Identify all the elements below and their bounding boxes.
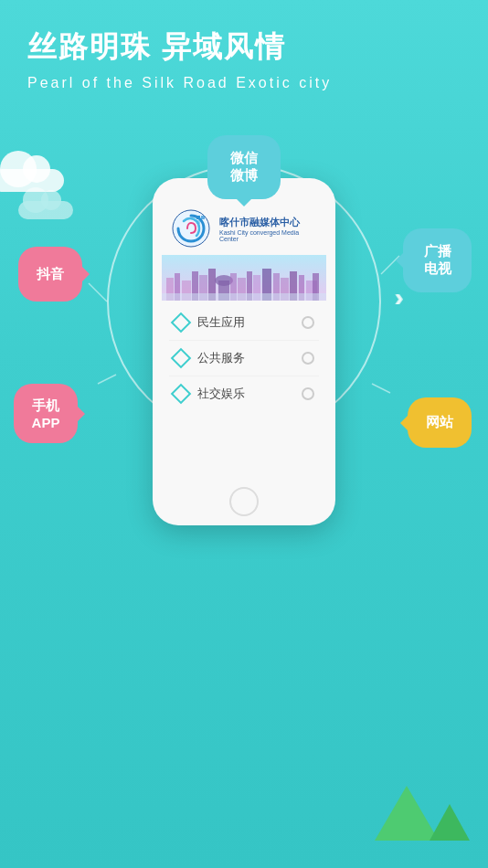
logo-icon (171, 208, 212, 249)
logo-zh: 喀什市融媒体中心 (219, 216, 317, 229)
bubble-weixin[interactable]: 微信 微博 (207, 135, 281, 199)
circle-dot-2 (302, 352, 314, 365)
logo-en: Kashi City converged Media Center (219, 229, 317, 242)
bubble-app[interactable]: 手机 APP (14, 384, 78, 443)
header: 丝路明珠 异域风情 Pearl of the Silk Road Exotic … (27, 27, 332, 91)
menu-label-2: 公共服务 (197, 350, 245, 366)
diamond-icon-3 (171, 384, 192, 405)
bubble-radio-label-1: 广播 (424, 243, 451, 260)
svg-rect-6 (196, 216, 200, 219)
phone-home-button[interactable] (229, 487, 259, 516)
diamond-icon-2 (171, 348, 192, 369)
bubble-douyin[interactable]: 抖音 (18, 247, 82, 302)
triangle-small (430, 804, 470, 841)
bubble-website-label: 网站 (426, 414, 453, 431)
title-en: Pearl of the Silk Road Exotic city (27, 75, 332, 91)
skyline (162, 255, 326, 301)
menu-item-3[interactable]: 社交娱乐 (169, 376, 319, 411)
bubble-app-label-2: APP (32, 415, 60, 430)
bubble-website[interactable]: 网站 (408, 397, 472, 448)
chevrons: ›› (394, 283, 397, 312)
phone-content: 喀什市融媒体中心 Kashi City converged Media Cent… (153, 201, 335, 480)
logo-text-area: 喀什市融媒体中心 Kashi City converged Media Cent… (219, 216, 317, 242)
bubble-radio-label-2: 电视 (424, 260, 451, 278)
cloud-2 (18, 201, 73, 219)
svg-rect-7 (201, 216, 205, 219)
menu-item-1[interactable]: 民生应用 (169, 305, 319, 341)
circle-dot-3 (302, 387, 314, 400)
diamond-icon-1 (171, 312, 192, 333)
title-zh: 丝路明珠 异域风情 (27, 27, 332, 68)
menu-label-1: 民生应用 (197, 314, 245, 331)
menu-item-2[interactable]: 公共服务 (169, 341, 319, 376)
bubble-weibo-label: 微博 (230, 167, 258, 185)
phone-mockup: 喀什市融媒体中心 Kashi City converged Media Cent… (153, 178, 335, 525)
menu-label-3: 社交娱乐 (197, 386, 245, 402)
bubble-app-label-1: 手机 (32, 397, 59, 415)
svg-rect-29 (162, 293, 326, 301)
triangle-container (375, 786, 470, 841)
bubble-radio[interactable]: 广播 电视 (403, 228, 472, 292)
svg-rect-8 (196, 220, 200, 224)
bubble-douyin-label: 抖音 (37, 266, 64, 283)
menu-list: 民生应用 公共服务 社交娱乐 (162, 305, 326, 411)
circle-dot-1 (302, 316, 314, 329)
bubble-weixin-label: 微信 (230, 150, 258, 167)
